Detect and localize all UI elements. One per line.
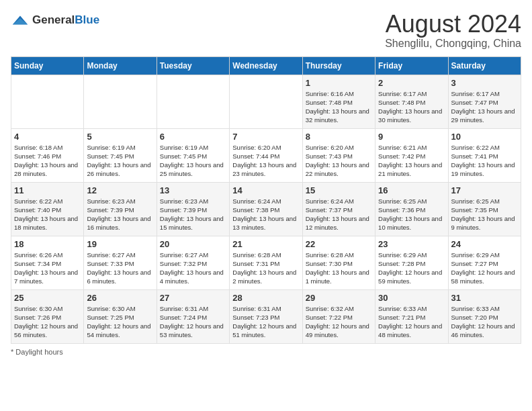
- table-row: 16Sunrise: 6:25 AMSunset: 7:36 PMDayligh…: [375, 182, 448, 236]
- cell-content: Sunrise: 6:25 AMSunset: 7:36 PMDaylight:…: [378, 197, 445, 232]
- footer-note: * Daylight hours: [11, 348, 521, 356]
- table-row: 11Sunrise: 6:22 AMSunset: 7:40 PMDayligh…: [11, 182, 84, 236]
- cell-content: Sunrise: 6:16 AMSunset: 7:48 PMDaylight:…: [306, 89, 372, 125]
- day-number: 31: [451, 293, 518, 303]
- cell-content: Sunrise: 6:29 AMSunset: 7:28 PMDaylight:…: [378, 250, 445, 286]
- table-row: 17Sunrise: 6:25 AMSunset: 7:35 PMDayligh…: [448, 182, 521, 236]
- table-row: [230, 75, 302, 128]
- cell-content: Sunrise: 6:24 AMSunset: 7:37 PMDaylight:…: [306, 197, 372, 232]
- table-row: 24Sunrise: 6:29 AMSunset: 7:27 PMDayligh…: [448, 236, 521, 289]
- table-row: 8Sunrise: 6:20 AMSunset: 7:43 PMDaylight…: [302, 128, 375, 182]
- table-row: 26Sunrise: 6:30 AMSunset: 7:25 PMDayligh…: [84, 289, 157, 343]
- cell-content: Sunrise: 6:22 AMSunset: 7:41 PMDaylight:…: [451, 143, 518, 179]
- table-row: 2Sunrise: 6:17 AMSunset: 7:48 PMDaylight…: [375, 75, 448, 128]
- table-row: 30Sunrise: 6:33 AMSunset: 7:21 PMDayligh…: [375, 289, 448, 343]
- day-number: 9: [378, 132, 445, 142]
- table-row: 21Sunrise: 6:28 AMSunset: 7:31 PMDayligh…: [230, 236, 302, 289]
- day-number: 12: [87, 185, 153, 195]
- cell-content: Sunrise: 6:24 AMSunset: 7:38 PMDaylight:…: [232, 197, 299, 232]
- table-row: 12Sunrise: 6:23 AMSunset: 7:39 PMDayligh…: [84, 182, 157, 236]
- table-row: 15Sunrise: 6:24 AMSunset: 7:37 PMDayligh…: [302, 182, 375, 236]
- table-row: 10Sunrise: 6:22 AMSunset: 7:41 PMDayligh…: [448, 128, 521, 182]
- day-number: 19: [87, 239, 153, 249]
- header-thursday: Thursday: [302, 56, 375, 75]
- table-row: [11, 75, 84, 128]
- table-row: [157, 75, 229, 128]
- cell-content: Sunrise: 6:33 AMSunset: 7:21 PMDaylight:…: [378, 304, 445, 340]
- cell-content: Sunrise: 6:19 AMSunset: 7:45 PMDaylight:…: [87, 143, 153, 179]
- cell-content: Sunrise: 6:30 AMSunset: 7:26 PMDaylight:…: [14, 304, 81, 340]
- day-number: 29: [306, 293, 372, 303]
- table-row: 23Sunrise: 6:29 AMSunset: 7:28 PMDayligh…: [375, 236, 448, 289]
- svg-marker-1: [13, 18, 28, 24]
- day-number: 20: [160, 239, 226, 249]
- cell-content: Sunrise: 6:21 AMSunset: 7:42 PMDaylight:…: [378, 143, 445, 179]
- day-number: 30: [378, 293, 445, 303]
- title-area: August 2024 Shenglilu, Chongqing, China: [385, 11, 521, 50]
- day-number: 6: [160, 132, 226, 142]
- cell-content: Sunrise: 6:23 AMSunset: 7:39 PMDaylight:…: [87, 197, 153, 232]
- table-row: 22Sunrise: 6:28 AMSunset: 7:30 PMDayligh…: [302, 236, 375, 289]
- cell-content: Sunrise: 6:29 AMSunset: 7:27 PMDaylight:…: [451, 250, 518, 286]
- cell-content: Sunrise: 6:32 AMSunset: 7:22 PMDaylight:…: [306, 304, 372, 340]
- day-number: 7: [232, 132, 299, 142]
- header-monday: Monday: [84, 56, 157, 75]
- table-row: 5Sunrise: 6:19 AMSunset: 7:45 PMDaylight…: [84, 128, 157, 182]
- table-row: 4Sunrise: 6:18 AMSunset: 7:46 PMDaylight…: [11, 128, 84, 182]
- day-number: 23: [378, 239, 445, 249]
- cell-content: Sunrise: 6:30 AMSunset: 7:25 PMDaylight:…: [87, 304, 153, 340]
- day-number: 3: [451, 78, 518, 88]
- day-number: 28: [232, 293, 299, 303]
- cell-content: Sunrise: 6:18 AMSunset: 7:46 PMDaylight:…: [14, 143, 81, 179]
- logo: GeneralBlue: [11, 11, 99, 30]
- cell-content: Sunrise: 6:28 AMSunset: 7:31 PMDaylight:…: [232, 250, 299, 286]
- day-number: 21: [232, 239, 299, 249]
- logo-general: GeneralBlue: [32, 13, 99, 27]
- table-row: 13Sunrise: 6:23 AMSunset: 7:39 PMDayligh…: [157, 182, 229, 236]
- cell-content: Sunrise: 6:28 AMSunset: 7:30 PMDaylight:…: [306, 250, 372, 286]
- table-row: 27Sunrise: 6:31 AMSunset: 7:24 PMDayligh…: [157, 289, 229, 343]
- header-wednesday: Wednesday: [230, 56, 302, 75]
- table-row: 29Sunrise: 6:32 AMSunset: 7:22 PMDayligh…: [302, 289, 375, 343]
- table-row: 7Sunrise: 6:20 AMSunset: 7:44 PMDaylight…: [230, 128, 302, 182]
- day-number: 5: [87, 132, 153, 142]
- table-row: 31Sunrise: 6:33 AMSunset: 7:20 PMDayligh…: [448, 289, 521, 343]
- day-number: 16: [378, 185, 445, 195]
- table-row: [84, 75, 157, 128]
- day-number: 15: [306, 185, 372, 195]
- cell-content: Sunrise: 6:22 AMSunset: 7:40 PMDaylight:…: [14, 197, 81, 232]
- table-row: 19Sunrise: 6:27 AMSunset: 7:33 PMDayligh…: [84, 236, 157, 289]
- cell-content: Sunrise: 6:27 AMSunset: 7:32 PMDaylight:…: [160, 250, 226, 286]
- table-row: 18Sunrise: 6:26 AMSunset: 7:34 PMDayligh…: [11, 236, 84, 289]
- day-number: 26: [87, 293, 153, 303]
- day-number: 27: [160, 293, 226, 303]
- logo-icon: [11, 11, 30, 30]
- table-row: 20Sunrise: 6:27 AMSunset: 7:32 PMDayligh…: [157, 236, 229, 289]
- day-number: 24: [451, 239, 518, 249]
- table-row: 28Sunrise: 6:31 AMSunset: 7:23 PMDayligh…: [230, 289, 302, 343]
- header-sunday: Sunday: [11, 56, 84, 75]
- day-number: 4: [14, 132, 81, 142]
- table-row: 6Sunrise: 6:19 AMSunset: 7:45 PMDaylight…: [157, 128, 229, 182]
- subtitle: Shenglilu, Chongqing, China: [385, 38, 521, 50]
- header-saturday: Saturday: [448, 56, 521, 75]
- table-row: 9Sunrise: 6:21 AMSunset: 7:42 PMDaylight…: [375, 128, 448, 182]
- table-row: 1Sunrise: 6:16 AMSunset: 7:48 PMDaylight…: [302, 75, 375, 128]
- cell-content: Sunrise: 6:19 AMSunset: 7:45 PMDaylight:…: [160, 143, 226, 179]
- table-row: 14Sunrise: 6:24 AMSunset: 7:38 PMDayligh…: [230, 182, 302, 236]
- cell-content: Sunrise: 6:20 AMSunset: 7:43 PMDaylight:…: [306, 143, 372, 179]
- calendar-table: Sunday Monday Tuesday Wednesday Thursday…: [11, 56, 521, 344]
- day-number: 14: [232, 185, 299, 195]
- cell-content: Sunrise: 6:26 AMSunset: 7:34 PMDaylight:…: [14, 250, 81, 286]
- day-number: 17: [451, 185, 518, 195]
- day-number: 1: [306, 78, 372, 88]
- day-number: 2: [378, 78, 445, 88]
- cell-content: Sunrise: 6:31 AMSunset: 7:24 PMDaylight:…: [160, 304, 226, 340]
- cell-content: Sunrise: 6:17 AMSunset: 7:47 PMDaylight:…: [451, 89, 518, 125]
- day-number: 11: [14, 185, 81, 195]
- day-number: 18: [14, 239, 81, 249]
- cell-content: Sunrise: 6:31 AMSunset: 7:23 PMDaylight:…: [232, 304, 299, 340]
- table-row: 25Sunrise: 6:30 AMSunset: 7:26 PMDayligh…: [11, 289, 84, 343]
- day-number: 22: [306, 239, 372, 249]
- main-title: August 2024: [385, 11, 521, 38]
